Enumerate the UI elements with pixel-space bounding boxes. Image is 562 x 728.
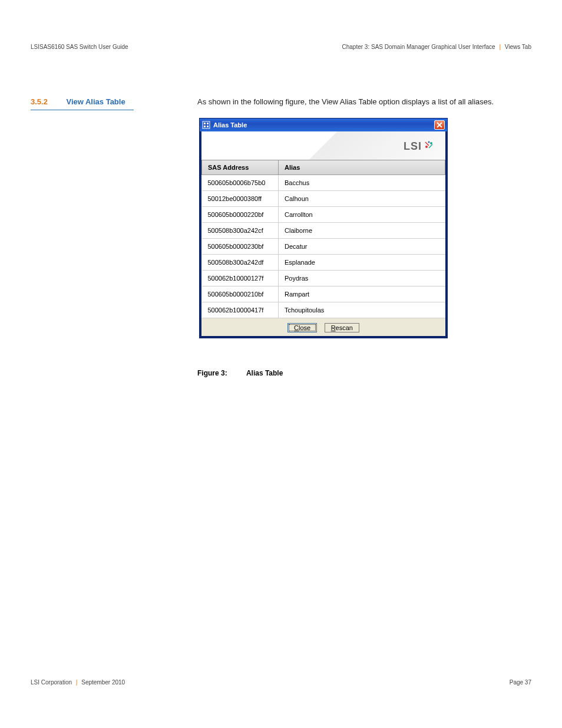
doc-title: LSISAS6160 SAS Switch User Guide	[31, 44, 128, 50]
window-app-icon	[202, 121, 210, 129]
lsi-logo: LSI	[404, 140, 435, 153]
cell-alias: Rampart	[279, 286, 445, 302]
breadcrumb: Chapter 3: SAS Domain Manager Graphical …	[342, 44, 531, 50]
table-row[interactable]: 500605b0000230bfDecatur	[202, 239, 445, 255]
tab-text: Views Tab	[505, 44, 531, 50]
table-row[interactable]: 50012be0000380ffCalhoun	[202, 191, 445, 207]
section-body: As shown in the following figure, the Vi…	[197, 97, 531, 106]
cell-address: 500062b10000417f	[202, 302, 279, 318]
svg-rect-2	[207, 123, 209, 124]
figure-number: Figure 3:	[197, 369, 244, 377]
brand-banner: LSI	[200, 131, 447, 160]
cell-address: 500605b0000210bf	[202, 286, 279, 302]
cell-alias: Claiborne	[279, 223, 445, 239]
separator: |	[76, 679, 78, 686]
window-titlebar: Alias Table	[200, 118, 447, 131]
svg-point-5	[425, 146, 428, 148]
rescan-button-rest: escan	[336, 324, 353, 331]
cell-address: 50012be0000380ff	[202, 191, 279, 207]
section-underline	[31, 110, 134, 110]
table-header-row: SAS Address Alias	[202, 160, 445, 175]
svg-rect-0	[203, 121, 210, 129]
col-sas-address[interactable]: SAS Address	[202, 160, 279, 175]
dialog-button-bar: Close Rescan	[200, 318, 447, 338]
cell-address: 500605b0000220bf	[202, 207, 279, 223]
table-row[interactable]: 500062b10000127fPoydras	[202, 271, 445, 286]
section-number: 3.5.2	[31, 97, 64, 106]
rescan-button[interactable]: Rescan	[325, 323, 359, 332]
footer-date: September 2010	[81, 679, 125, 686]
svg-point-7	[428, 141, 430, 143]
page-footer: LSI Corporation | September 2010 Page 37	[31, 679, 531, 686]
cell-alias: Poydras	[279, 271, 445, 286]
logo-mark-icon	[423, 140, 435, 153]
cell-address: 500605b0000230bf	[202, 239, 279, 255]
cell-alias: Calhoun	[279, 191, 445, 207]
cell-alias: Carrollton	[279, 207, 445, 223]
cell-alias: Esplanade	[279, 255, 445, 271]
page-number: Page 37	[510, 679, 531, 686]
col-alias[interactable]: Alias	[279, 160, 445, 175]
cell-alias: Tchoupitoulas	[279, 302, 445, 318]
cell-address: 500605b0006b75b0	[202, 175, 279, 191]
figure-caption: Figure 3: Alias Table	[197, 369, 283, 377]
alias-table: SAS Address Alias 500605b0006b75b0Bacchu…	[201, 160, 445, 318]
close-icon[interactable]	[434, 120, 445, 130]
cell-address: 500508b300a242df	[202, 255, 279, 271]
footer-company: LSI Corporation	[31, 679, 72, 686]
cell-address: 500062b10000127f	[202, 271, 279, 286]
page-header: LSISAS6160 SAS Switch User Guide Chapter…	[31, 44, 531, 50]
section-title: View Alias Table	[66, 97, 125, 106]
figure-title: Alias Table	[246, 369, 283, 377]
svg-rect-4	[207, 126, 209, 127]
svg-rect-1	[204, 123, 206, 124]
cell-alias: Bacchus	[279, 175, 445, 191]
logo-text: LSI	[404, 140, 422, 153]
close-button[interactable]: Close	[287, 323, 317, 332]
cell-alias: Decatur	[279, 239, 445, 255]
chapter-text: Chapter 3: SAS Domain Manager Graphical …	[342, 44, 495, 50]
table-row[interactable]: 500062b10000417fTchoupitoulas	[202, 302, 445, 318]
close-button-rest: lose	[299, 324, 310, 331]
table-row[interactable]: 500605b0000210bfRampart	[202, 286, 445, 302]
table-row[interactable]: 500508b300a242cfClaiborne	[202, 223, 445, 239]
svg-point-6	[430, 142, 432, 144]
svg-rect-3	[204, 126, 206, 127]
alias-table-window: Alias Table LSI SAS Address	[199, 118, 448, 338]
separator: |	[499, 44, 501, 50]
cell-address: 500508b300a242cf	[202, 223, 279, 239]
alias-table-container: SAS Address Alias 500605b0006b75b0Bacchu…	[200, 160, 447, 318]
table-row[interactable]: 500605b0000220bfCarrollton	[202, 207, 445, 223]
table-row[interactable]: 500605b0006b75b0Bacchus	[202, 175, 445, 191]
window-title: Alias Table	[213, 121, 247, 129]
footer-left: LSI Corporation | September 2010	[31, 679, 125, 686]
table-row[interactable]: 500508b300a242dfEsplanade	[202, 255, 445, 271]
